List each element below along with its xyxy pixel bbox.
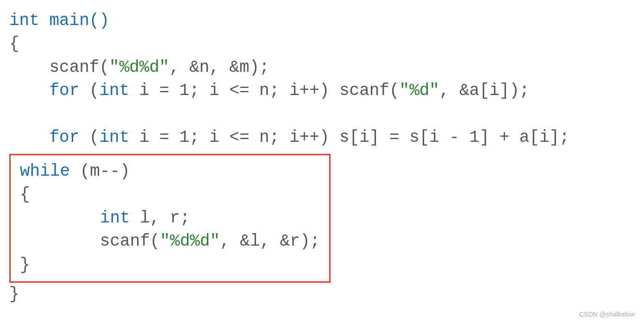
line-last: }: [9, 283, 635, 306]
inner-scanf-line: scanf("%d%d", &l, &r);: [20, 230, 320, 253]
line-2: {: [9, 32, 635, 56]
keyword-for-1: for: [49, 81, 79, 100]
for-scanf-str-1: "%d": [400, 81, 439, 100]
while-condition: (m--): [70, 162, 130, 181]
inner-scanf-args: , &l, &r);: [220, 232, 320, 251]
for-paren-2: (: [79, 128, 99, 147]
brace-close-outer: }: [9, 285, 19, 304]
keyword-int-inner: int: [100, 209, 130, 228]
brace-open-outer: {: [9, 34, 19, 53]
for-paren-1: (: [79, 81, 99, 100]
inner-int-line: int l, r;: [20, 207, 320, 230]
line-4: for (int i = 1; i <= n; i++) scanf("%d",…: [9, 79, 635, 102]
watermark: CSDN @shallrelow: [579, 310, 635, 319]
keyword-for-2: for: [49, 128, 79, 147]
int-vars: l, r;: [130, 209, 190, 228]
inner-scanf-call: scanf(: [100, 232, 160, 251]
keyword-int-for-2: int: [99, 128, 129, 147]
keyword-int: int main(): [9, 11, 109, 30]
keyword-int-for-1: int: [99, 81, 129, 100]
while-brace-close: }: [20, 254, 320, 277]
inner-scanf-str: "%d%d": [160, 232, 220, 251]
for-scanf-args-1: , &a[i]);: [439, 81, 529, 100]
line-5: for (int i = 1; i <= n; i++) s[i] = s[i …: [9, 126, 635, 149]
code-display: int main() { scanf("%d%d", &n, &m); for …: [9, 5, 635, 311]
empty-line-1: [9, 103, 635, 126]
while-line: while (m--): [20, 160, 320, 183]
scanf-str-1: "%d%d": [109, 58, 169, 77]
while-block: while (m--) { int l, r; scanf("%d%d", &l…: [9, 154, 331, 283]
scanf-call-1: scanf(: [49, 58, 109, 77]
for-body-1: i = 1; i <= n; i++) scanf(: [129, 81, 399, 100]
keyword-while: while: [20, 162, 70, 181]
while-open-brace: {: [20, 185, 30, 204]
line-1: int main(): [9, 9, 635, 32]
while-close-brace: }: [20, 255, 30, 274]
for-body-2: i = 1; i <= n; i++) s[i] = s[i - 1] + a[…: [129, 128, 569, 147]
line-3: scanf("%d%d", &n, &m);: [9, 56, 635, 79]
while-brace-open: {: [20, 183, 320, 206]
scanf-args-1: , &n, &m);: [169, 58, 269, 77]
